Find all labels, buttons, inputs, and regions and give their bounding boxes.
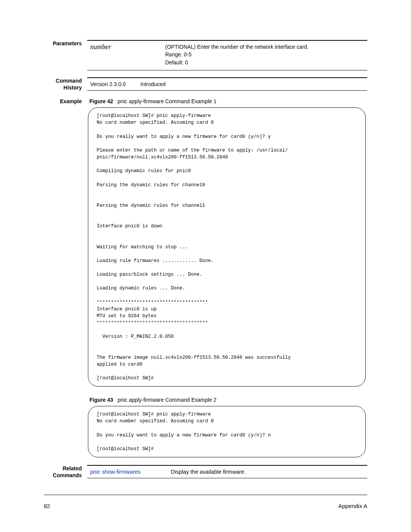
history-table: Version 2.3.0.0 Introduced: [87, 78, 367, 90]
parameter-description: (OPTIONAL) Enter the number of the netwo…: [165, 42, 366, 69]
history-status: Introduced: [140, 79, 366, 89]
page-footer: 82 Appendix A: [44, 503, 367, 509]
parameter-name: number: [88, 42, 164, 69]
parameters-section: Parameters number (OPTIONAL) Enter the n…: [44, 40, 367, 70]
figure-42-title: Figure 42 pnic apply-firmware Command Ex…: [87, 98, 367, 107]
figure-caption: pnic apply-firmware Command Example 1: [118, 98, 217, 104]
figure-number: Figure 42: [89, 98, 113, 104]
pnic-show-firmwares-link[interactable]: pnic show-firmwares: [90, 469, 140, 475]
command-history-section: Command History Version 2.3.0.0 Introduc…: [44, 77, 367, 91]
figure-43-title: Figure 43 pnic apply-firmware Command Ex…: [87, 396, 367, 406]
divider: [87, 90, 367, 91]
related-command-description: Display the available firmware.: [171, 466, 366, 477]
related-commands-section: Related Commands pnic show-firmwares Dis…: [44, 465, 367, 479]
command-history-label: Command History: [44, 77, 87, 91]
divider: [87, 70, 367, 70]
related-commands-label: Related Commands: [44, 465, 87, 479]
example-section: Example Figure 42 pnic apply-firmware Co…: [44, 98, 367, 465]
footer-divider: [44, 495, 367, 495]
page-number: 82: [44, 503, 50, 509]
divider: [87, 478, 367, 478]
related-command-link[interactable]: pnic show-firmwares: [88, 466, 170, 477]
code-example-1: [root@localhost SW]# pnic apply-firmware…: [88, 107, 366, 387]
example-label: Example: [44, 98, 87, 105]
figure-caption: pnic apply-firmware Command Example 2: [118, 397, 217, 403]
code-example-2: [root@localhost SW]# pnic apply-firmware…: [88, 406, 366, 457]
parameters-table: number (OPTIONAL) Enter the number of th…: [87, 41, 367, 70]
figure-number: Figure 43: [89, 397, 113, 403]
parameters-label: Parameters: [44, 40, 87, 47]
history-version: Version 2.3.0.0: [88, 79, 140, 89]
related-commands-table: pnic show-firmwares Display the availabl…: [87, 466, 367, 478]
appendix-label: Appendix A: [338, 503, 367, 509]
